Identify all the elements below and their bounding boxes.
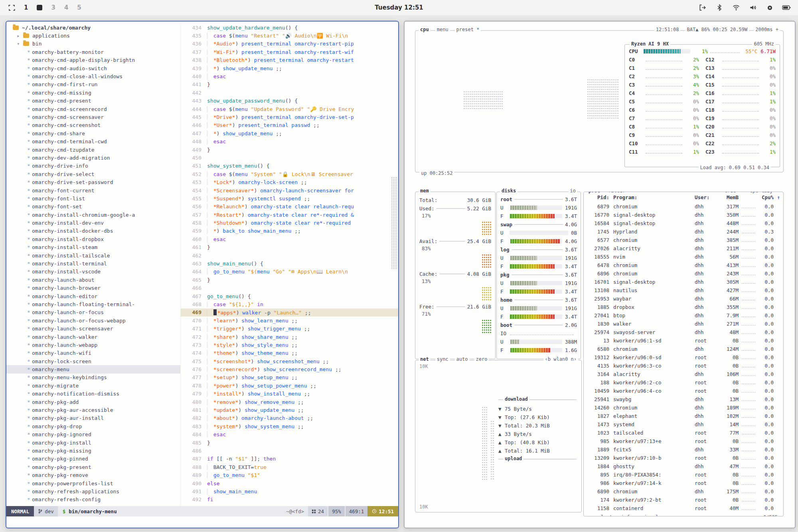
process-row[interactable]: 10459kworker/u96:4-coroot0B0.0 <box>584 387 783 395</box>
code-line-448[interactable]: 448▏ esac <box>181 137 398 145</box>
battery-icon[interactable] <box>782 3 791 12</box>
tree-file-omarchy-launch-or-focus-webapp[interactable]: *omarchy-launch-or-focus-webapp <box>6 316 180 324</box>
process-row[interactable]: 14260chromiumdhh189M0.0 <box>584 403 783 412</box>
tree-file-omarchy-dev-add-migration[interactable]: *omarchy-dev-add-migration <box>6 154 180 162</box>
process-row[interactable]: 13209kworker/u97:10-broot0B0.0 <box>584 454 783 462</box>
tree-file-omarchy-cmd-screenshot[interactable]: *omarchy-cmd-screenshot <box>6 121 180 129</box>
wifi-icon[interactable] <box>732 3 741 12</box>
tree-file-omarchy-launch-or-focus[interactable]: *omarchy-launch-or-focus <box>6 309 180 316</box>
net-auto-toggle[interactable]: auto <box>455 356 470 362</box>
tree-file-omarchy-pkg-remove[interactable]: *omarchy-pkg-remove <box>6 471 180 479</box>
buffer-count[interactable]: 24 <box>308 506 328 516</box>
code-line-447[interactable]: 447▏ *) show_update_menu ;; <box>181 129 398 137</box>
process-row[interactable]: 13kworker/u96:1-sdroot0B0.0 <box>584 336 783 345</box>
process-row[interactable]: 16770signal-desktopdhh350M0.0 <box>584 211 783 219</box>
code-line-437[interactable]: 437▏ *Wi-Fi*) present_terminal omarchy-r… <box>181 48 398 56</box>
code-line-445[interactable]: 445▏ *Drive*) present_terminal omarchy-d… <box>181 113 398 121</box>
tree-file-omarchy-install-chromium-google-a[interactable]: *omarchy-install-chromium-google-a <box>6 211 180 219</box>
tree-file-omarchy-menu[interactable]: *omarchy-menu <box>6 365 180 373</box>
process-row[interactable]: 174kworker/u97:2-btroot0B0.0 <box>584 496 783 504</box>
code-line-492[interactable]: 492fi <box>181 496 398 504</box>
process-row[interactable]: 18555nvimdhh56M0.0 <box>584 253 783 261</box>
process-row[interactable]: 4135kworker/u96:3-coroot0B0.0 <box>584 362 783 370</box>
tree-file-omarchy-launch-browser[interactable]: *omarchy-launch-browser <box>6 284 180 292</box>
tree-file-omarchy-pkg-missing[interactable]: *omarchy-pkg-missing <box>6 447 180 455</box>
code-line-457[interactable]: 457▏ *Restart*) omarchy-state clear re*-… <box>181 211 398 219</box>
process-row[interactable]: 3164alacrittydhh106M0.0 <box>584 370 783 378</box>
tree-file-omarchy-powerprofiles-list[interactable]: *omarchy-powerprofiles-list <box>6 479 180 487</box>
code-line-452[interactable]: 452▏ case $(menu "System" "🔒 Lock\n🖥 Scr… <box>181 170 398 178</box>
tree-file-omarchy-launch-walker[interactable]: *omarchy-launch-walker <box>6 333 180 341</box>
code-line-446[interactable]: 446▏ *User*) present_terminal passwd ;; <box>181 121 398 129</box>
tree-file-omarchy-install-tailscale[interactable]: *omarchy-install-tailscale <box>6 251 180 259</box>
workspace-1[interactable]: 1 <box>24 4 28 11</box>
tree-file-omarchy-notification-dismiss[interactable]: *omarchy-notification-dismiss <box>6 390 180 398</box>
code-line-439[interactable]: 439▏ *) show_update_menu ;; <box>181 64 398 72</box>
code-line-491[interactable]: 491▏ show_main_menu <box>181 487 398 495</box>
process-row[interactable]: 1827elephantdhh102M0.0 <box>584 412 783 420</box>
tree-file-omarchy-cmd-screensaver[interactable]: *omarchy-cmd-screensaver <box>6 113 180 121</box>
code-line-453[interactable]: 453▏ *Lock*) omarchy-lock-screen ;; <box>181 178 398 186</box>
code-line-486[interactable]: 486 <box>181 447 398 455</box>
tree-file-omarchy-cmd-tzupdate[interactable]: *omarchy-cmd-tzupdate <box>6 146 180 154</box>
settings-icon[interactable] <box>765 3 774 12</box>
tree-file-omarchy-pkg-add[interactable]: *omarchy-pkg-add <box>6 398 180 406</box>
refresh-interval[interactable]: 2000ms + <box>754 27 780 32</box>
process-row[interactable]: 986kworker/u97:14-kroot0B0.0 <box>584 479 783 487</box>
command-line[interactable] <box>6 516 398 528</box>
process-row[interactable]: 1885dropboxdhh355M0.0 <box>584 303 783 311</box>
io-toggle[interactable]: io <box>569 188 577 194</box>
workspace-4[interactable]: 4 <box>64 4 68 11</box>
tree-file-omarchy-cmd-share[interactable]: *omarchy-cmd-share <box>6 129 180 137</box>
code-line-472[interactable]: 472▏ *share*) show_share_menu ;; <box>181 333 398 341</box>
screenshot-tool-icon[interactable] <box>7 3 16 12</box>
tree-file-omarchy-font-list[interactable]: *omarchy-font-list <box>6 194 180 202</box>
proc-tree-toggle[interactable]: tree <box>723 192 737 194</box>
code-line-479[interactable]: 479▏ *install*) show_install_menu ;; <box>181 390 398 398</box>
code-line-466[interactable]: 466 <box>181 284 398 292</box>
workspace-3[interactable]: 3 <box>51 4 55 11</box>
process-row[interactable]: 1158containerdroot40M0.0 <box>584 504 783 512</box>
process-row[interactable]: 25953waybardhh66M0.0 <box>584 295 783 303</box>
tree-file-omarchy-refresh-config[interactable]: *omarchy-refresh-config <box>6 496 180 504</box>
code-line-480[interactable]: 480▏ *remove*) show_remove_menu ;; <box>181 398 398 406</box>
tree-file-omarchy-launch-floating-terminal-[interactable]: *omarchy-launch-floating-terminal- <box>6 300 180 308</box>
code-line-438[interactable]: 438▏ *Bluetooth*) present_terminal omarc… <box>181 56 398 64</box>
code-line-462[interactable]: 462 <box>181 251 398 259</box>
process-row[interactable]: 6577chromiumdhh385M0.0 <box>584 236 783 244</box>
code-line-455[interactable]: 455▏ *Suspend*) systemctl suspend ;; <box>181 194 398 202</box>
code-line-476[interactable]: 476▏ *screenrecord*) show_screenrecord_m… <box>181 365 398 373</box>
net-box-title[interactable]: net <box>419 356 431 362</box>
code-line-475[interactable]: 475▏ *screenshot*) show_screenshot_menu … <box>181 357 398 365</box>
code-line-463[interactable]: 463show_main_menu() { <box>181 259 398 267</box>
code-line-464[interactable]: 464▏ go_to_menu "$(menu "Go" "⊞ Apps\n📖 … <box>181 268 398 276</box>
git-branch[interactable]: dev <box>34 506 58 516</box>
code-line-488[interactable]: 488▏ BACK_TO_EXIT=true <box>181 463 398 471</box>
tree-file-omarchy-font-current[interactable]: *omarchy-font-current <box>6 186 180 194</box>
code-line-450[interactable]: 450 <box>181 154 398 162</box>
process-row[interactable]: 6478chromiumdhh413M0.0 <box>584 261 783 269</box>
tree-file-omarchy-migrate[interactable]: *omarchy-migrate <box>6 382 180 390</box>
proc-filter[interactable]: filter <box>606 192 627 194</box>
tree-file-omarchy-pkg-present[interactable]: *omarchy-pkg-present <box>6 463 180 471</box>
code-line-469[interactable]: 469▏ *apps*) walker -p "Launch…" ;; <box>181 309 398 316</box>
tree-file-omarchy-battery-monitor[interactable]: *omarchy-battery-monitor <box>6 48 180 56</box>
preset-button[interactable]: preset * <box>455 27 481 32</box>
process-row[interactable]: 25941swaybgdhh13M0.0 <box>584 395 783 403</box>
code-line-454[interactable]: 454▏ *Screensaver*) omarchy-launch-scree… <box>181 186 398 194</box>
code-line-487[interactable]: 487if [[ -n "$1" ]]; then <box>181 455 398 463</box>
tree-file-omarchy-install-dev-env[interactable]: *omarchy-install-dev-env <box>6 219 180 227</box>
tree-folder-applications[interactable]: ▸ applications <box>6 32 180 40</box>
tree-file-omarchy-pkg-install[interactable]: *omarchy-pkg-install <box>6 439 180 447</box>
tree-file-omarchy-launch-wifi[interactable]: *omarchy-launch-wifi <box>6 349 180 357</box>
workspace-5[interactable]: 5 <box>77 4 81 11</box>
code-line-473[interactable]: 473▏ *style*) show_style_menu ;; <box>181 341 398 349</box>
tree-file-omarchy-launch-about[interactable]: *omarchy-launch-about <box>6 276 180 284</box>
code-line-470[interactable]: 470▏ *learn*) show_learn_menu ;; <box>181 316 398 324</box>
process-row[interactable]: 13108nautilusdhh427M0.0 <box>584 286 783 295</box>
tree-file-omarchy-install-terminal[interactable]: *omarchy-install-terminal <box>6 259 180 267</box>
code-line-483[interactable]: 483▏ *system*) show_system_menu ;; <box>181 422 398 430</box>
code-line-443[interactable]: 443show_update_password_menu() { <box>181 97 398 105</box>
tree-file-omarchy-install-vscode[interactable]: *omarchy-install-vscode <box>6 268 180 276</box>
code-line-461[interactable]: 461} <box>181 243 398 251</box>
